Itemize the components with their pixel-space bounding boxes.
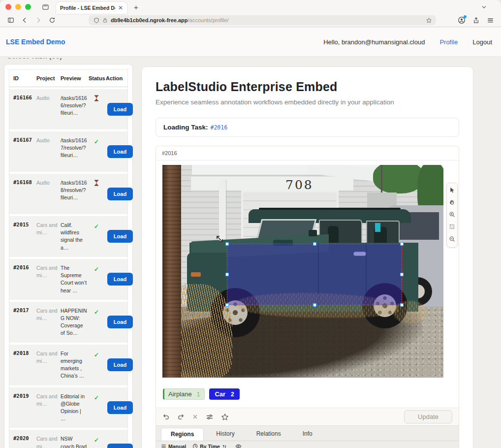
url-path: /accounts/profile/ [188, 17, 229, 23]
back-button-icon[interactable] [21, 17, 28, 24]
load-button[interactable]: Load [107, 401, 133, 414]
minimize-window-button[interactable] [15, 4, 21, 10]
load-button[interactable]: Load [107, 188, 133, 200]
task-status: ✓ [89, 179, 104, 188]
task-preview: The Supreme Court won’t hear … [61, 264, 87, 294]
fit-to-screen-icon[interactable] [448, 222, 457, 231]
task-project: Cars and mi… [36, 435, 59, 448]
url-host: db9e4b1cb0ed.ngrok-free.app [111, 17, 188, 23]
status-pending-icon [94, 95, 99, 103]
col-preview: Preview [61, 75, 87, 81]
task-row: #16167 Audio /tasks/16167/resolve/?fileu… [9, 131, 127, 172]
task-id: #2018 [13, 350, 35, 356]
load-button[interactable]: Load [107, 273, 133, 286]
undo-icon[interactable] [162, 413, 170, 420]
tab-list-chevron-icon[interactable] [481, 4, 487, 10]
tab-close-icon[interactable]: ✕ [118, 4, 123, 11]
share-icon[interactable] [472, 17, 480, 24]
label-chips: Airplane 1 Car 2 [156, 383, 459, 408]
task-id: #2020 [13, 435, 35, 441]
close-window-button[interactable] [5, 4, 11, 10]
resize-cursor-icon [216, 235, 224, 245]
browser-action-icons [458, 16, 494, 24]
photo-blinker [191, 272, 201, 277]
bbox-handle-n[interactable] [313, 242, 316, 246]
sidebar-toggle-icon[interactable] [7, 17, 14, 24]
task-row: #2019 Cars and mi… Editorial in @Globe O… [9, 387, 127, 428]
tab-regions[interactable]: Regions [161, 428, 204, 441]
tab-overview-icon[interactable] [42, 3, 49, 11]
task-status: ✓ [89, 95, 104, 103]
reload-button-icon[interactable] [49, 17, 56, 24]
ground-truth-star-icon[interactable] [221, 413, 229, 421]
menu-hamburger-icon[interactable] [487, 17, 494, 24]
redo-icon[interactable] [177, 413, 185, 420]
task-project: Cars and mi… [36, 393, 59, 408]
task-project: Cars and mi… [36, 307, 59, 322]
profile-link[interactable]: Profile [439, 38, 458, 46]
task-table-header: ID Project Preview Status Action [9, 70, 127, 87]
logout-link[interactable]: Logout [472, 38, 492, 46]
page-title: LabelStudio Enterprise Embed [156, 80, 459, 94]
bbox-handle-nw[interactable] [225, 242, 229, 246]
url-bar[interactable]: db9e4b1cb0ed.ngrok-free.app/accounts/pro… [89, 15, 436, 25]
loading-task-box: Loading Task:#2016 [156, 118, 459, 137]
task-preview: Calif. wildfires signal the a… [61, 222, 87, 252]
annotation-toolbar: Update [156, 408, 459, 425]
task-status: ✓ [89, 307, 104, 316]
bbox-handle-ne[interactable] [400, 242, 404, 246]
page-subtitle: Experience seamless annotation workflows… [156, 98, 459, 106]
update-button[interactable]: Update [404, 410, 452, 423]
sort-by-time[interactable]: By Time [192, 444, 227, 448]
zoom-in-icon[interactable] [448, 210, 457, 219]
bbox-handle-sw[interactable] [225, 303, 229, 307]
task-row: #16168 Audio /tasks/16168/resolve/?fileu… [9, 174, 127, 214]
label-car[interactable]: Car 2 [209, 388, 239, 400]
bbox-region-car[interactable] [227, 244, 402, 305]
brand-link[interactable]: LSE Embed Demo [6, 38, 65, 46]
status-done-icon: ✓ [94, 437, 99, 444]
task-status: ✓ [89, 222, 104, 230]
forward-button-icon[interactable] [35, 17, 42, 24]
eye-visibility-icon[interactable] [235, 443, 242, 448]
load-button[interactable]: Load [107, 145, 133, 158]
status-done-icon: ✓ [94, 309, 99, 316]
task-id: #16168 [13, 179, 35, 185]
annotation-image[interactable]: 708 [162, 165, 443, 378]
browser-tab-strip: Profile - LSE Embed Demo ✕ + [0, 0, 501, 14]
task-id: #2015 [13, 222, 35, 227]
task-id: #2019 [13, 393, 35, 399]
tab-relations[interactable]: Relations [247, 428, 290, 441]
select-tool-icon[interactable] [448, 185, 457, 194]
browser-tab[interactable]: Profile - LSE Embed Demo ✕ [56, 2, 127, 14]
tab-info[interactable]: Info [293, 428, 322, 441]
task-project: Audio [36, 179, 59, 187]
bbox-handle-w[interactable] [225, 273, 229, 276]
reset-icon[interactable] [192, 414, 198, 420]
load-button[interactable]: Load [107, 358, 133, 371]
bbox-handle-se[interactable] [400, 303, 404, 307]
account-icon[interactable] [458, 16, 466, 24]
shield-icon[interactable] [94, 17, 99, 24]
annotation-panel: #2016 708 [156, 146, 459, 448]
sidebar-title-clipped: Select Task (50) [7, 58, 133, 62]
load-button[interactable]: Load [107, 444, 133, 448]
status-done-icon: ✓ [94, 138, 99, 145]
task-status: ✓ [89, 435, 104, 444]
load-button[interactable]: Load [107, 230, 133, 243]
bbox-handle-s[interactable] [313, 303, 316, 307]
task-preview: Editorial in @Globe Opinion | … [61, 393, 87, 423]
load-button[interactable]: Load [107, 103, 133, 116]
label-airplane[interactable]: Airplane 1 [163, 388, 205, 400]
zoom-out-icon[interactable] [448, 234, 457, 243]
settings-sliders-icon[interactable] [206, 413, 214, 421]
group-by-manual[interactable]: Manual [161, 444, 186, 448]
pan-hand-icon[interactable] [448, 197, 457, 206]
tab-history[interactable]: History [207, 428, 244, 441]
new-tab-button[interactable]: + [134, 3, 138, 11]
bbox-handle-e[interactable] [400, 273, 404, 276]
bookmark-star-icon[interactable] [426, 17, 432, 24]
load-button[interactable]: Load [107, 316, 133, 328]
sort-order-icon [222, 444, 227, 448]
zoom-window-button[interactable] [25, 4, 31, 10]
